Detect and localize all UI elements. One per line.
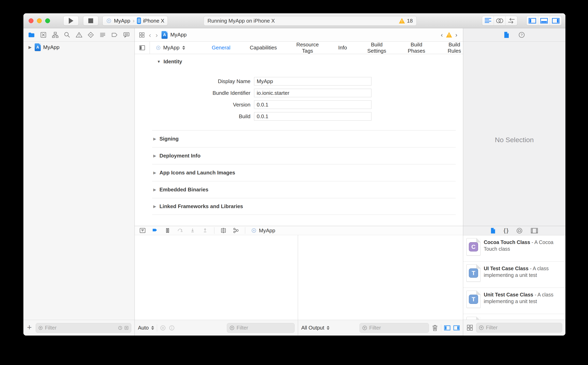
jump-bar-file-label[interactable]: MyApp	[170, 32, 187, 38]
library-item-unit-test-case-class[interactable]: T Unit Test Case Class - A class impleme…	[463, 288, 565, 314]
breakpoints-toggle-button[interactable]	[152, 227, 159, 234]
trash-icon	[432, 324, 438, 331]
signing-section-header[interactable]: ▶ Signing	[152, 130, 456, 147]
step-into-button[interactable]	[189, 227, 196, 234]
toggle-utilities-button[interactable]	[550, 16, 562, 25]
view-debugger-button[interactable]	[220, 227, 227, 234]
toggle-navigator-button[interactable]	[526, 16, 538, 25]
info-icon[interactable]	[169, 325, 175, 331]
previous-issue-button[interactable]: ‹	[440, 32, 444, 38]
memory-graph-button[interactable]	[232, 227, 239, 234]
project-outline-toggle-button[interactable]	[135, 42, 150, 54]
step-over-button[interactable]	[177, 227, 183, 234]
symbol-hierarchy-icon	[51, 31, 59, 39]
test-navigator-tab[interactable]	[86, 30, 95, 39]
bundle-identifier-field[interactable]	[254, 89, 371, 97]
activity-viewer[interactable]: Running MyApp on iPhone X ! 18	[204, 16, 417, 26]
source-control-navigator-tab[interactable]	[39, 30, 48, 39]
code-snippet-library-tab[interactable]: { }	[504, 227, 508, 234]
debug-process-chip[interactable]: MyApp	[251, 227, 275, 234]
close-window-button[interactable]	[29, 18, 34, 23]
add-button[interactable]: +	[27, 323, 33, 333]
hide-debug-area-button[interactable]	[139, 227, 146, 234]
navigator-panel: ▶ A MyApp +	[23, 28, 135, 336]
embedded-binaries-section-header[interactable]: ▶ Embedded Binaries	[152, 181, 456, 198]
disclosure-triangle-icon[interactable]: ▶	[28, 45, 32, 49]
warning-icon[interactable]: !	[446, 32, 452, 37]
issue-navigator-tab[interactable]	[75, 30, 84, 39]
tab-capabilities[interactable]: Capabilities	[250, 42, 277, 54]
disclosure-triangle-icon[interactable]: ▶	[153, 187, 156, 192]
file-inspector-tab[interactable]	[504, 31, 509, 38]
tab-build-settings[interactable]: Build Settings	[366, 42, 387, 54]
project-row[interactable]: ▶ A MyApp	[23, 42, 134, 53]
show-variables-view-toggle[interactable]	[444, 325, 450, 330]
find-navigator-tab[interactable]	[63, 30, 72, 39]
library-item-cocoa-touch-class[interactable]: C Cocoa Touch Class - A Cocoa Touch clas…	[463, 235, 565, 261]
next-issue-button[interactable]: ›	[455, 32, 458, 38]
object-library-tab[interactable]	[516, 227, 523, 234]
library-view-mode-button[interactable]	[466, 324, 473, 331]
step-out-button[interactable]	[202, 227, 209, 234]
scheme-selector[interactable]: MyApp › iPhone X	[102, 16, 168, 26]
linked-frameworks-section-header[interactable]: ▶ Linked Frameworks and Libraries	[152, 198, 456, 215]
target-selector[interactable]: MyApp	[155, 45, 185, 51]
stop-button[interactable]	[83, 16, 98, 26]
library-item-ui-test-case-class[interactable]: T UI Test Case Class - A class implement…	[463, 261, 565, 288]
tab-build-rules[interactable]: Build Rules	[446, 42, 463, 54]
tab-general[interactable]: General	[212, 42, 231, 54]
console-scope-selector[interactable]: All Output	[301, 325, 329, 331]
disclosure-triangle-icon[interactable]: ▶	[153, 137, 156, 141]
assistant-editor-button[interactable]	[494, 16, 505, 25]
media-library-tab[interactable]	[531, 228, 538, 234]
related-items-button[interactable]	[138, 31, 145, 38]
minimize-window-button[interactable]	[37, 18, 42, 23]
tab-resource-tags[interactable]: Resource Tags	[296, 42, 319, 54]
symbol-navigator-tab[interactable]	[51, 30, 60, 39]
variables-filter-input[interactable]	[236, 324, 292, 331]
version-field[interactable]	[254, 100, 371, 109]
variables-view[interactable]	[135, 235, 298, 320]
console-filter-input[interactable]	[369, 324, 426, 331]
go-forward-button[interactable]: ›	[155, 31, 159, 38]
library-filter-input[interactable]	[486, 324, 560, 331]
deployment-info-section-header[interactable]: ▶ Deployment Info	[152, 147, 456, 164]
disclosure-triangle-icon[interactable]: ▶	[153, 204, 156, 209]
library-item-partial[interactable]	[463, 314, 565, 320]
disclosure-triangle-icon[interactable]: ▶	[153, 170, 156, 175]
console-view[interactable]	[298, 235, 463, 320]
tab-info[interactable]: Info	[338, 42, 347, 54]
quick-look-eye-icon[interactable]	[160, 325, 166, 331]
pause-execution-button[interactable]	[164, 227, 171, 234]
show-console-view-toggle[interactable]	[453, 325, 460, 330]
tab-build-phases[interactable]: Build Phases	[406, 42, 427, 54]
version-editor-button[interactable]	[505, 16, 517, 25]
go-back-button[interactable]: ‹	[148, 31, 152, 38]
breakpoint-navigator-tab[interactable]	[110, 30, 119, 39]
project-navigator-tab[interactable]	[27, 30, 36, 39]
standard-editor-button[interactable]	[482, 16, 494, 25]
quick-help-inspector-tab[interactable]: ?	[518, 32, 525, 38]
clear-console-button[interactable]	[432, 324, 438, 331]
source-control-status-icon[interactable]	[124, 325, 129, 331]
run-button[interactable]	[63, 16, 79, 26]
recent-files-clock-icon[interactable]	[118, 325, 122, 331]
disclosure-triangle-icon[interactable]: ▼	[157, 59, 161, 64]
identity-section-header[interactable]: ▼ Identity	[157, 58, 182, 65]
file-template-library-tab[interactable]	[491, 227, 496, 234]
toggle-debug-area-button[interactable]	[538, 16, 550, 25]
inspector-tab-bar: ?	[463, 28, 565, 42]
library-tab-bar: { }	[463, 226, 565, 235]
zoom-window-button[interactable]	[45, 18, 50, 23]
media-library-icon	[531, 228, 538, 234]
disclosure-triangle-icon[interactable]: ▶	[153, 154, 156, 158]
build-field[interactable]	[254, 112, 371, 121]
navigator-filter-input[interactable]	[45, 324, 117, 331]
warning-count[interactable]: 18	[407, 18, 413, 24]
app-icons-section-header[interactable]: ▶ App Icons and Launch Images	[152, 164, 456, 181]
debug-navigator-tab[interactable]	[98, 30, 107, 39]
build-label: Build	[135, 113, 254, 119]
display-name-field[interactable]	[254, 77, 371, 85]
report-navigator-tab[interactable]	[122, 30, 131, 39]
variables-scope-selector[interactable]: Auto	[138, 325, 154, 331]
